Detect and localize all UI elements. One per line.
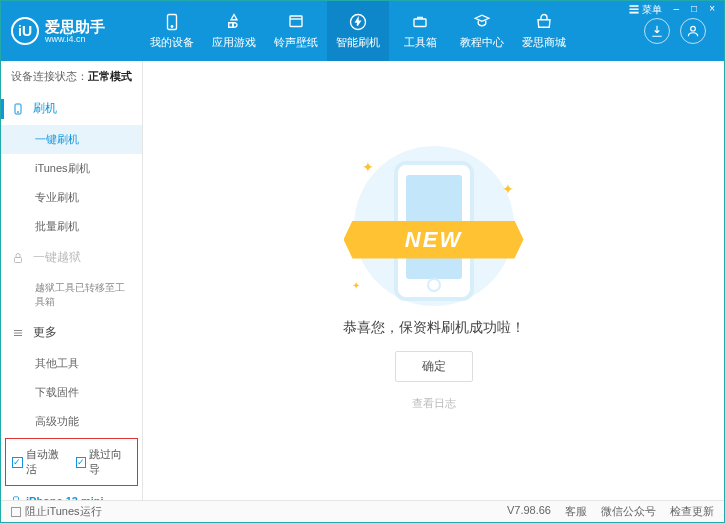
status-label: 设备连接状态： [11,70,88,82]
nav-media[interactable]: 铃声壁纸 [265,1,327,61]
svg-rect-3 [414,19,426,27]
sidebar-sub-more-0[interactable]: 其他工具 [1,349,142,378]
block-itunes-checkbox[interactable]: 阻止iTunes运行 [11,504,102,519]
user-icon[interactable] [680,18,706,44]
nav-label: 教程中心 [460,35,504,50]
menu-icon[interactable]: ☰ 菜单 [626,3,665,17]
media-icon [287,13,305,31]
version-label: V7.98.66 [507,504,551,519]
lock-icon [11,251,25,265]
nav-store[interactable]: 爱思商城 [513,1,575,61]
success-message: 恭喜您，保资料刷机成功啦！ [343,319,525,337]
app-header: iU 爱思助手 www.i4.cn 我的设备应用游戏铃声壁纸智能刷机工具箱教程中… [1,1,724,61]
sidebar-flash-title: 刷机 [33,100,57,117]
menu-label: 菜单 [642,4,662,15]
connection-status: 设备连接状态：正常模式 [1,61,142,92]
nav-tools[interactable]: 工具箱 [389,1,451,61]
nav-label: 爱思商城 [522,35,566,50]
tutorial-icon [473,13,491,31]
flash-icon [349,13,367,31]
nav-apps[interactable]: 应用游戏 [203,1,265,61]
sidebar-sub-more-2[interactable]: 高级功能 [1,407,142,436]
options-checkboxes: ✓ 自动激活 ✓ 跳过向导 [5,438,138,486]
svg-point-1 [171,25,173,27]
block-itunes-label: 阻止iTunes运行 [25,504,102,519]
sidebar-more-title: 更多 [33,324,57,341]
sidebar-group-jailbreak[interactable]: 一键越狱 [1,241,142,274]
sidebar: 设备连接状态：正常模式 刷机 一键刷机iTunes刷机专业刷机批量刷机 一键越狱… [1,61,143,500]
app-name: 爱思助手 [45,19,105,34]
auto-activate-label: 自动激活 [26,447,68,477]
nav-label: 工具箱 [404,35,437,50]
device-icon [163,13,181,31]
svg-point-6 [18,111,19,112]
nav-label: 铃声壁纸 [274,35,318,50]
window-controls: ☰ 菜单 – □ × [626,3,718,17]
skip-setup-checkbox[interactable]: ✓ 跳过向导 [76,447,132,477]
sidebar-group-flash[interactable]: 刷机 [1,92,142,125]
download-icon[interactable] [644,18,670,44]
sidebar-sub-flash-2[interactable]: 专业刷机 [1,183,142,212]
nav-flash[interactable]: 智能刷机 [327,1,389,61]
close-button[interactable]: × [706,3,718,17]
jailbreak-note: 越狱工具已转移至工具箱 [1,274,142,316]
checkbox-checked-icon: ✓ [12,457,23,468]
sidebar-sub-flash-3[interactable]: 批量刷机 [1,212,142,241]
logo-area: iU 爱思助手 www.i4.cn [11,17,141,45]
svg-rect-2 [290,16,302,27]
apps-icon [225,13,243,31]
sidebar-sub-more-1[interactable]: 下载固件 [1,378,142,407]
logo-icon: iU [11,17,39,45]
tools-icon [411,13,429,31]
nav-device[interactable]: 我的设备 [141,1,203,61]
nav-label: 我的设备 [150,35,194,50]
wechat-link[interactable]: 微信公众号 [601,504,656,519]
star-icon: ✦ [352,280,360,291]
sidebar-sub-flash-1[interactable]: iTunes刷机 [1,154,142,183]
store-icon [535,13,553,31]
star-icon: ✦ [362,159,374,175]
svg-point-4 [691,26,696,31]
footer: 阻止iTunes运行 V7.98.66 客服 微信公众号 检查更新 [1,500,724,522]
status-value: 正常模式 [88,70,132,82]
sidebar-jailbreak-title: 一键越狱 [33,249,81,266]
sidebar-sub-flash-0[interactable]: 一键刷机 [1,125,142,154]
ok-button[interactable]: 确定 [395,351,473,382]
service-link[interactable]: 客服 [565,504,587,519]
auto-activate-checkbox[interactable]: ✓ 自动激活 [12,447,68,477]
nav-label: 智能刷机 [336,35,380,50]
skip-setup-label: 跳过向导 [89,447,131,477]
checkbox-checked-icon: ✓ [76,457,87,468]
minimize-button[interactable]: – [671,3,683,17]
phone-icon [11,101,25,117]
svg-rect-7 [15,257,22,262]
view-log-link[interactable]: 查看日志 [412,396,456,411]
update-link[interactable]: 检查更新 [670,504,714,519]
maximize-button[interactable]: □ [688,3,700,17]
checkbox-unchecked-icon [11,507,21,517]
new-ribbon: NEW [344,221,524,259]
main-content: NEW ✦ ✦ ✦ 恭喜您，保资料刷机成功啦！ 确定 查看日志 [143,61,724,500]
sidebar-group-more[interactable]: 更多 [1,316,142,349]
more-icon [11,327,25,339]
main-nav: 我的设备应用游戏铃声壁纸智能刷机工具箱教程中心爱思商城 [141,1,644,61]
star-icon: ✦ [502,181,514,197]
app-url: www.i4.cn [45,34,105,44]
nav-label: 应用游戏 [212,35,256,50]
success-illustration: NEW ✦ ✦ ✦ [344,151,524,301]
nav-tutorial[interactable]: 教程中心 [451,1,513,61]
